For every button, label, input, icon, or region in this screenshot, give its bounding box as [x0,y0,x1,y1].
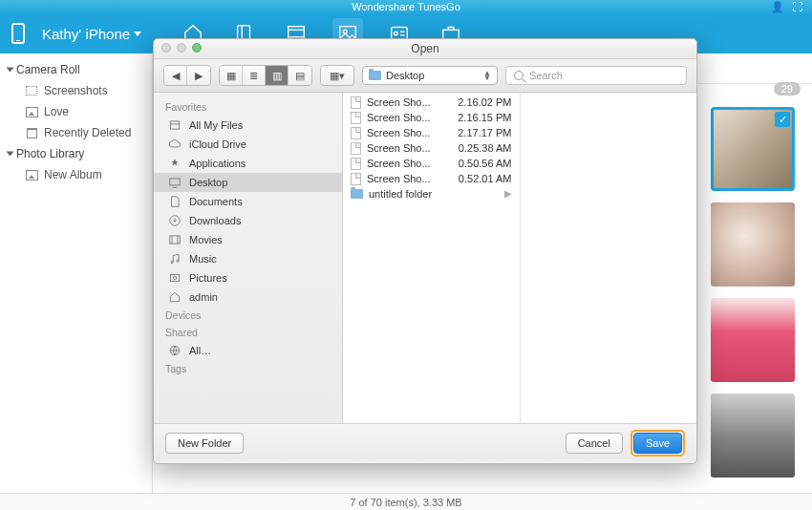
search-input[interactable]: Search [505,66,687,85]
fav-icloud-drive[interactable]: iCloud Drive [154,135,342,154]
file-name: Screen Sho... [367,127,443,138]
view-segment: ▦ ≣ ▥ ▤ [219,65,312,86]
folder-row[interactable]: untitled folder▶ [343,186,520,201]
folder-icon [369,71,381,80]
music-icon [167,252,182,266]
search-icon [514,71,524,80]
file-time: 0.52.01 AM [459,173,512,184]
sidebar-item-recently-deleted[interactable]: Recently Deleted [0,122,152,143]
photo-thumbnail[interactable]: ✓ [711,107,795,191]
search-placeholder: Search [529,70,563,81]
svg-rect-12 [170,121,179,129]
check-icon: ✓ [775,112,790,127]
new-folder-button[interactable]: New Folder [165,433,244,454]
svg-point-21 [177,260,179,262]
file-row[interactable]: Screen Sho...2.17.17 PM [343,125,520,140]
file-row[interactable]: Screen Sho...0.25.38 AM [343,140,520,156]
view-gallery-button[interactable]: ▤ [288,66,311,85]
fav-label: Documents [189,196,243,207]
view-list-button[interactable]: ≣ [243,66,266,85]
document-icon [351,158,361,170]
file-name: Screen Sho... [367,142,443,154]
fav-label: admin [189,291,218,303]
sidebar-group-photo-library[interactable]: Photo Library [0,143,152,164]
feedback-icon[interactable]: ⛶ [792,0,802,13]
forward-button[interactable]: ▶ [187,66,210,85]
count-badge: 29 [774,82,801,96]
file-row[interactable]: Screen Sho...0.52.01 AM [343,171,520,186]
device-selector[interactable]: Kathy' iPhone [42,26,141,42]
trash-icon [27,128,37,138]
sidebar-item-new-album[interactable]: New Album [0,164,152,185]
picture-icon [26,107,38,117]
photo-thumbnail[interactable] [711,298,795,382]
window-controls[interactable] [161,43,202,53]
path-dropdown[interactable]: Desktop ▲▼ [362,66,498,85]
cloud-icon [167,138,182,151]
fav-label: Movies [189,234,223,245]
svg-point-8 [395,32,398,35]
fav-movies[interactable]: Movies [154,230,342,249]
cancel-button[interactable]: Cancel [566,433,623,454]
detail-pane [521,93,697,423]
sidebar-group-camera-roll[interactable]: Camera Roll [0,59,152,80]
document-icon [351,127,361,139]
status-text: 7 of 70 item(s), 3.33 MB [350,497,461,508]
disclosure-icon [7,152,14,157]
file-time: 0.25.38 AM [459,142,512,154]
fav-applications[interactable]: Applications [154,154,342,173]
fav-admin[interactable]: admin [154,287,342,307]
view-columns-button[interactable]: ▥ [266,66,288,85]
section-devices: Devices [154,307,342,324]
chevron-down-icon [134,32,141,36]
file-time: 2.16.15 PM [458,112,511,123]
desktop-icon [167,176,182,189]
user-icon[interactable]: 👤 [771,0,784,13]
apps-icon [167,157,182,170]
fav-music[interactable]: Music [154,249,342,268]
section-favorites: Favorites [154,98,342,116]
fav-documents[interactable]: Documents [154,192,342,211]
globe-icon [167,344,182,357]
sidebar-item-label: Screenshots [44,84,108,97]
shared-all[interactable]: All… [154,341,342,360]
min-dot[interactable] [177,43,186,53]
file-name: Screen Sho... [367,112,443,123]
fav-label: Music [189,253,217,265]
app-title: Wondershare TunesGo [352,1,460,12]
close-dot[interactable] [161,43,171,53]
section-shared: Shared [154,324,342,341]
sidebar-item-label: Recently Deleted [44,126,131,139]
photo-thumbnail[interactable] [711,393,795,478]
file-row[interactable]: Screen Sho...2.16.02 PM [343,95,520,110]
folder-icon [351,189,363,199]
fav-desktop[interactable]: Desktop [154,173,342,192]
group-button[interactable]: ▦▾ [321,66,353,85]
sidebar-item-love[interactable]: Love [0,101,152,122]
save-button[interactable]: Save [633,433,682,454]
sidebar-item-screenshots[interactable]: Screenshots [0,80,152,101]
fav-downloads[interactable]: Downloads [154,211,342,230]
file-row[interactable]: Screen Sho...2.16.15 PM [343,110,520,125]
open-dialog: Open ◀ ▶ ▦ ≣ ▥ ▤ ▦▾ Desktop ▲▼ Search Fa… [153,38,697,464]
device-name: Kathy' iPhone [42,26,130,42]
downloads-icon [167,214,182,227]
file-list-pane: Screen Sho...2.16.02 PM Screen Sho...2.1… [343,93,521,423]
fav-pictures[interactable]: Pictures [154,268,342,287]
fav-all-my-files[interactable]: All My Files [154,116,342,135]
file-row[interactable]: Screen Sho...0.50.56 AM [343,156,520,171]
save-highlight: Save [630,430,685,457]
sidebar-group-label: Camera Roll [16,63,80,76]
document-icon [351,142,361,155]
back-button[interactable]: ◀ [164,66,187,85]
view-icons-button[interactable]: ▦ [220,66,243,85]
section-tags: Tags [154,360,342,377]
document-icon [351,112,361,124]
svg-rect-17 [170,236,181,244]
document-icon [351,173,361,185]
file-name: Screen Sho... [367,173,443,184]
chevron-right-icon: ▶ [504,188,512,199]
document-icon [351,96,361,109]
zoom-dot[interactable] [192,43,202,53]
photo-thumbnail[interactable] [711,202,795,287]
